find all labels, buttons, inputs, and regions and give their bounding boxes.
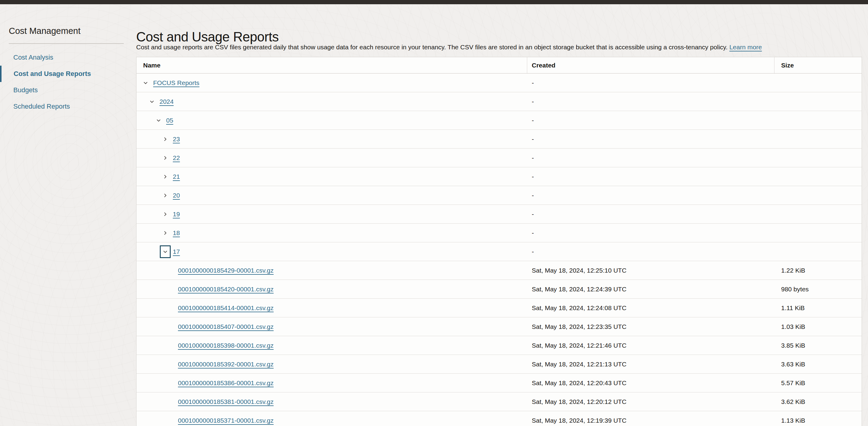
chevron-right-icon (163, 231, 168, 235)
chevron-right-icon (163, 174, 168, 179)
row-created: Sat, May 18, 2024, 12:21:13 UTC (527, 355, 774, 373)
sidebar-item-budgets[interactable]: Budgets (0, 82, 136, 98)
row-name-link[interactable]: 0001000000185398-00001.csv.gz (178, 342, 274, 349)
expand-toggle[interactable] (163, 156, 168, 160)
row-name-link[interactable]: 0001000000185420-00001.csv.gz (178, 286, 274, 293)
name-cell: 0001000000185420-00001.csv.gz (136, 280, 527, 298)
row-created: - (527, 205, 774, 223)
row-created: Sat, May 18, 2024, 12:24:39 UTC (527, 280, 774, 298)
table-row: 05 - (136, 111, 862, 130)
learn-more-link[interactable]: Learn more (730, 43, 762, 51)
row-size (774, 130, 862, 148)
expand-toggle[interactable] (163, 212, 168, 217)
name-cell: 0001000000185371-00001.csv.gz (136, 411, 527, 426)
name-cell: FOCUS Reports (136, 73, 527, 92)
chevron-down-icon (150, 99, 154, 104)
name-cell: 21 (136, 167, 527, 186)
row-name-link[interactable]: 21 (173, 173, 180, 180)
sidebar-title: Cost Management (9, 26, 81, 36)
row-size: 1.13 KiB (774, 411, 862, 426)
row-name-link[interactable]: 0001000000185371-00001.csv.gz (178, 417, 274, 424)
row-created: - (527, 73, 774, 92)
table-row: 22 - (136, 148, 862, 167)
row-size: 3.63 KiB (774, 355, 862, 373)
row-size (774, 111, 862, 130)
table-row: 0001000000185371-00001.csv.gz Sat, May 1… (136, 411, 862, 426)
row-name-link[interactable]: 23 (173, 135, 180, 143)
expand-toggle[interactable] (163, 174, 168, 179)
row-created: - (527, 111, 774, 130)
row-name-link[interactable]: 17 (173, 248, 180, 255)
row-size (774, 205, 862, 223)
row-size: 1.03 KiB (774, 317, 862, 336)
table-row: 0001000000185386-00001.csv.gz Sat, May 1… (136, 373, 862, 392)
expand-toggle[interactable] (163, 193, 168, 198)
row-size (774, 92, 862, 111)
name-cell: 17 (136, 242, 527, 261)
expand-toggle[interactable] (150, 99, 154, 104)
row-size: 3.62 KiB (774, 392, 862, 411)
row-name-link[interactable]: 05 (166, 117, 173, 124)
name-cell: 23 (136, 130, 527, 148)
sidebar-item-scheduled-reports[interactable]: Scheduled Reports (0, 98, 136, 115)
row-name-link[interactable]: 19 (173, 210, 180, 218)
row-name-link[interactable]: 18 (173, 229, 180, 237)
row-size: 980 bytes (774, 280, 862, 298)
name-cell: 0001000000185392-00001.csv.gz (136, 355, 527, 373)
row-name-link[interactable]: FOCUS Reports (153, 79, 199, 87)
table-row: 17 - (136, 242, 862, 261)
name-cell: 20 (136, 186, 527, 204)
name-cell: 0001000000185398-00001.csv.gz (136, 336, 527, 355)
row-name-link[interactable]: 0001000000185429-00001.csv.gz (178, 267, 274, 274)
row-name-link[interactable]: 0001000000185407-00001.csv.gz (178, 323, 274, 330)
row-name-link[interactable]: 0001000000185392-00001.csv.gz (178, 361, 274, 368)
table-row: FOCUS Reports - (136, 73, 862, 92)
row-name-link[interactable]: 0001000000185386-00001.csv.gz (178, 380, 274, 387)
row-name-link[interactable]: 2024 (159, 98, 174, 105)
row-size (774, 167, 862, 186)
sidebar-item-cost-and-usage-reports[interactable]: Cost and Usage Reports (0, 66, 136, 82)
row-created: - (527, 167, 774, 186)
table-row: 19 - (136, 204, 862, 223)
row-size: 5.57 KiB (774, 374, 862, 392)
name-cell: 0001000000185407-00001.csv.gz (136, 317, 527, 336)
row-size: 1.11 KiB (774, 299, 862, 317)
sidebar-divider (9, 43, 124, 44)
table-row: 0001000000185407-00001.csv.gz Sat, May 1… (136, 317, 862, 336)
row-size: 1.22 KiB (774, 261, 862, 280)
row-size (774, 224, 862, 242)
row-size (774, 186, 862, 204)
row-name-link[interactable]: 0001000000185414-00001.csv.gz (178, 304, 274, 312)
table-row: 0001000000185414-00001.csv.gz Sat, May 1… (136, 298, 862, 317)
expand-toggle[interactable] (163, 231, 168, 235)
expand-toggle[interactable] (143, 80, 148, 85)
name-cell: 0001000000185429-00001.csv.gz (136, 261, 527, 280)
row-created: Sat, May 18, 2024, 12:25:10 UTC (527, 261, 774, 280)
chevron-right-icon (163, 193, 168, 198)
row-created: - (527, 130, 774, 148)
sidebar-nav: Cost AnalysisCost and Usage ReportsBudge… (0, 49, 136, 115)
row-name-link[interactable]: 0001000000185381-00001.csv.gz (178, 398, 274, 405)
table-row: 0001000000185392-00001.csv.gz Sat, May 1… (136, 355, 862, 373)
row-created: Sat, May 18, 2024, 12:20:43 UTC (527, 374, 774, 392)
table-row: 0001000000185398-00001.csv.gz Sat, May 1… (136, 336, 862, 355)
row-created: - (527, 149, 774, 167)
sidebar-item-cost-analysis[interactable]: Cost Analysis (0, 49, 136, 66)
row-created: - (527, 92, 774, 111)
table-row: 18 - (136, 223, 862, 242)
row-name-link[interactable]: 20 (173, 192, 180, 199)
table-header: Name Created Size (136, 57, 862, 73)
page-title: Cost and Usage Reports (136, 29, 279, 44)
table-row: 23 - (136, 130, 862, 148)
row-created: - (527, 242, 774, 261)
expand-toggle[interactable] (163, 137, 168, 141)
name-cell: 05 (136, 111, 527, 130)
expand-toggle[interactable] (156, 118, 161, 123)
expand-toggle[interactable] (160, 245, 171, 258)
name-cell: 18 (136, 224, 527, 242)
chevron-down-icon (163, 249, 168, 254)
row-name-link[interactable]: 22 (173, 154, 180, 162)
global-top-bar (0, 0, 868, 4)
table-row: 0001000000185420-00001.csv.gz Sat, May 1… (136, 280, 862, 298)
page-description-text: Cost and usage reports are CSV files gen… (136, 43, 727, 51)
